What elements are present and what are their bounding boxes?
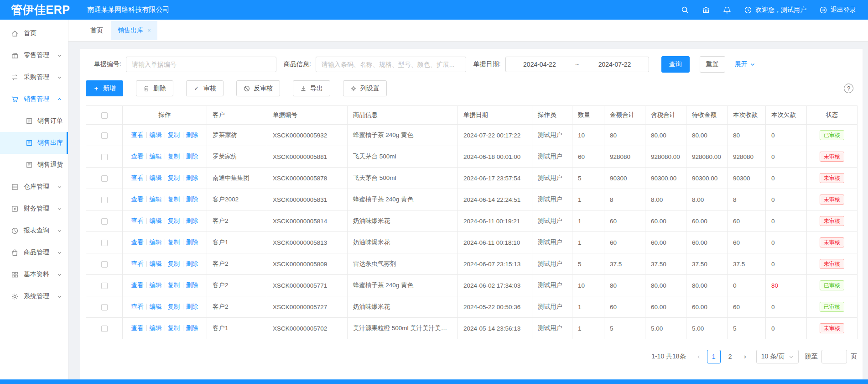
export-button[interactable]: 导出 — [293, 80, 330, 96]
row-action-view[interactable]: 查看 — [131, 325, 144, 331]
bell-icon[interactable] — [723, 6, 731, 14]
column-settings-button[interactable]: 列设置 — [343, 80, 387, 96]
cell-receivable: 60.00 — [686, 210, 728, 232]
page-button-2[interactable]: 2 — [723, 350, 737, 363]
cell-received: 80 — [728, 125, 766, 146]
product-info-input[interactable] — [316, 57, 466, 72]
table-row: 查看编辑复制删除 客户2002 XSCK00000005831 蜂蜜柚子茶 24… — [86, 189, 858, 210]
row-checkbox[interactable] — [101, 261, 108, 268]
row-checkbox[interactable] — [101, 132, 108, 139]
action-separator — [165, 325, 165, 331]
sidebar-item-sales-outbound[interactable]: 销售出库 — [0, 132, 68, 154]
row-checkbox[interactable] — [101, 240, 108, 246]
date-end[interactable]: 2024-07-22 — [581, 61, 648, 68]
row-action-copy[interactable]: 复制 — [168, 282, 180, 289]
row-checkbox[interactable] — [101, 154, 108, 160]
delete-button[interactable]: 删除 — [136, 80, 173, 96]
row-action-delete[interactable]: 删除 — [186, 260, 198, 267]
sidebar-item-products[interactable]: 商品管理 — [0, 242, 68, 263]
row-action-delete[interactable]: 删除 — [186, 325, 198, 331]
page-size-select[interactable]: 10 条/页 — [756, 350, 799, 363]
row-checkbox[interactable] — [101, 283, 108, 289]
row-checkbox[interactable] — [101, 175, 108, 182]
sidebar-item-sales[interactable]: 销售管理 — [0, 88, 68, 110]
user-welcome[interactable]: 欢迎您，测试用户 — [744, 6, 806, 14]
row-action-copy[interactable]: 复制 — [168, 239, 180, 246]
add-button[interactable]: + 新增 — [86, 80, 123, 96]
row-action-edit[interactable]: 编辑 — [150, 282, 162, 289]
row-action-view[interactable]: 查看 — [131, 282, 144, 289]
search-button[interactable]: 查询 — [661, 56, 690, 73]
column-header: 单据日期 — [458, 106, 532, 125]
sidebar-item-retail[interactable]: 零售管理 — [0, 44, 68, 66]
row-action-copy[interactable]: 复制 — [168, 132, 180, 138]
date-range-picker[interactable]: 2024-04-22 ~ 2024-07-22 — [505, 57, 649, 72]
row-checkbox[interactable] — [101, 218, 108, 225]
expand-toggle[interactable]: 展开 — [735, 60, 755, 68]
row-action-edit[interactable]: 编辑 — [150, 153, 162, 160]
row-action-view[interactable]: 查看 — [131, 260, 144, 267]
row-checkbox[interactable] — [101, 304, 108, 310]
row-action-view[interactable]: 查看 — [131, 239, 144, 246]
row-action-delete[interactable]: 删除 — [186, 132, 198, 138]
row-action-copy[interactable]: 复制 — [168, 153, 180, 160]
sidebar-item-sales-order[interactable]: 销售订单 — [0, 110, 68, 132]
bill-no-input[interactable] — [126, 57, 276, 72]
page-button-1[interactable]: 1 — [707, 350, 721, 363]
select-all-checkbox[interactable] — [101, 112, 108, 119]
status-badge: 未审核 — [820, 173, 844, 183]
help-icon[interactable]: ? — [844, 84, 853, 93]
tab-sales-outbound[interactable]: 销售出库 × — [111, 21, 157, 40]
row-action-delete[interactable]: 删除 — [186, 174, 198, 181]
row-action-delete[interactable]: 删除 — [186, 153, 198, 160]
row-action-copy[interactable]: 复制 — [168, 217, 180, 224]
row-action-view[interactable]: 查看 — [131, 217, 144, 224]
row-action-edit[interactable]: 编辑 — [150, 132, 162, 138]
unaudit-button[interactable]: 反审核 — [236, 80, 280, 96]
row-action-view[interactable]: 查看 — [131, 303, 144, 310]
row-action-copy[interactable]: 复制 — [168, 325, 180, 331]
row-action-view[interactable]: 查看 — [131, 174, 144, 181]
bank-icon[interactable] — [702, 6, 710, 14]
sidebar-item-system[interactable]: 系统管理 — [0, 285, 68, 307]
row-action-edit[interactable]: 编辑 — [150, 196, 162, 203]
audit-button[interactable]: ✓ 审核 — [186, 80, 223, 96]
reset-button[interactable]: 重置 — [700, 56, 725, 73]
row-action-copy[interactable]: 复制 — [168, 196, 180, 203]
row-checkbox[interactable] — [101, 326, 108, 332]
sidebar-item-basic-data[interactable]: 基本资料 — [0, 263, 68, 285]
sidebar-item-purchase[interactable]: 采购管理 — [0, 66, 68, 88]
table-row: 查看编辑复制删除 客户2 XSCK00000005727 奶油味爆米花 2024… — [86, 296, 858, 318]
row-action-edit[interactable]: 编辑 — [150, 260, 162, 267]
prev-page-button[interactable]: ‹ — [692, 350, 705, 363]
sidebar-item-finance[interactable]: 财务管理 — [0, 198, 68, 220]
row-action-edit[interactable]: 编辑 — [150, 325, 162, 331]
next-page-button[interactable]: › — [739, 350, 752, 363]
jump-to-input[interactable] — [821, 350, 847, 363]
row-action-delete[interactable]: 删除 — [186, 217, 198, 224]
row-action-view[interactable]: 查看 — [131, 196, 144, 203]
sidebar-item-reports[interactable]: 报表查询 — [0, 220, 68, 242]
row-action-copy[interactable]: 复制 — [168, 303, 180, 310]
row-action-copy[interactable]: 复制 — [168, 260, 180, 267]
search-icon[interactable] — [681, 6, 689, 14]
row-action-delete[interactable]: 删除 — [186, 282, 198, 289]
tab-home[interactable]: 首页 — [82, 21, 111, 40]
row-action-delete[interactable]: 删除 — [186, 239, 198, 246]
date-start[interactable]: 2024-04-22 — [506, 61, 573, 68]
row-action-copy[interactable]: 复制 — [168, 174, 180, 181]
row-action-view[interactable]: 查看 — [131, 132, 144, 138]
logout-button[interactable]: 退出登录 — [819, 6, 856, 14]
row-action-edit[interactable]: 编辑 — [150, 174, 162, 181]
row-checkbox[interactable] — [101, 197, 108, 203]
sidebar-item-warehouse[interactable]: 仓库管理 — [0, 176, 68, 198]
row-action-view[interactable]: 查看 — [131, 153, 144, 160]
sidebar-item-sales-return[interactable]: 销售退货 — [0, 154, 68, 176]
row-action-edit[interactable]: 编辑 — [150, 217, 162, 224]
row-action-delete[interactable]: 删除 — [186, 196, 198, 203]
row-action-edit[interactable]: 编辑 — [150, 239, 162, 246]
row-action-delete[interactable]: 删除 — [186, 303, 198, 310]
close-icon[interactable]: × — [147, 27, 151, 34]
row-action-edit[interactable]: 编辑 — [150, 303, 162, 310]
sidebar-item-home[interactable]: 首页 — [0, 22, 68, 44]
